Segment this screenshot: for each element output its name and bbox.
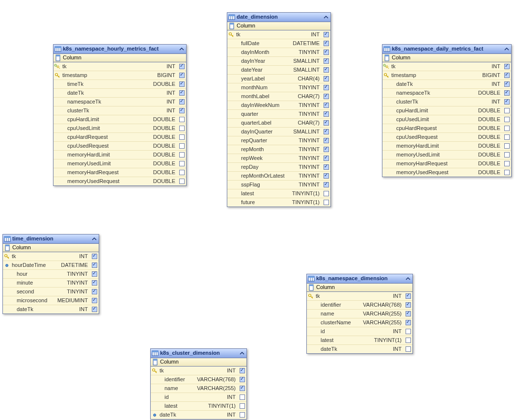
- column-check[interactable]: [238, 411, 246, 419]
- column-row[interactable]: quarterLabelCHAR(7): [227, 119, 330, 128]
- nullable-checkbox[interactable]: [179, 117, 185, 122]
- nullable-checkbox[interactable]: [179, 179, 185, 184]
- column-check[interactable]: [90, 270, 99, 278]
- column-section-header[interactable]: Column: [307, 284, 412, 292]
- column-row[interactable]: memoryHardLimitDOUBLE: [382, 142, 511, 151]
- column-section-header[interactable]: Column: [227, 22, 330, 30]
- table-header[interactable]: time_dimension: [3, 235, 99, 244]
- table-time-dimension[interactable]: time_dimensionColumntkINThourDateTimeDAT…: [2, 234, 99, 314]
- nullable-checkbox[interactable]: [504, 143, 510, 149]
- collapse-icon[interactable]: [178, 46, 185, 52]
- column-row[interactable]: cpuHardRequestDOUBLE: [382, 124, 511, 133]
- column-check[interactable]: [177, 142, 186, 150]
- nullable-checkbox[interactable]: [504, 99, 510, 105]
- column-row[interactable]: nameVARCHAR(255): [307, 310, 412, 318]
- column-row[interactable]: dateTkINT: [307, 345, 412, 353]
- nullable-checkbox[interactable]: [179, 143, 185, 149]
- column-row[interactable]: repQuarterTINYINT: [227, 136, 330, 145]
- nullable-checkbox[interactable]: [179, 152, 185, 158]
- table-header[interactable]: k8s_namespace_daily_metrics_fact: [382, 45, 511, 54]
- column-check[interactable]: [177, 80, 186, 88]
- column-row[interactable]: cpuHardLimitDOUBLE: [382, 106, 511, 115]
- column-row[interactable]: latestTINYINT(1): [307, 336, 412, 345]
- column-check[interactable]: [502, 151, 511, 159]
- column-row[interactable]: clusterTkINT: [382, 98, 511, 106]
- nullable-checkbox[interactable]: [324, 85, 329, 90]
- column-check[interactable]: [177, 115, 186, 124]
- column-check[interactable]: [238, 375, 246, 384]
- column-row[interactable]: identifierVARCHAR(768): [307, 301, 412, 310]
- table-namespace-dimension[interactable]: k8s_namespace_dimensionColumntkINTidenti…: [306, 274, 413, 354]
- column-row[interactable]: identifierVARCHAR(768): [151, 375, 246, 384]
- collapse-icon[interactable]: [405, 275, 411, 282]
- nullable-checkbox[interactable]: [240, 368, 245, 373]
- column-row[interactable]: timestampBIGINT: [54, 71, 186, 80]
- nullable-checkbox[interactable]: [324, 191, 329, 196]
- table-header[interactable]: k8s_namespace_hourly_metrics_fact: [54, 45, 186, 54]
- column-check[interactable]: [322, 110, 330, 118]
- column-row[interactable]: cpuHardRequestDOUBLE: [54, 133, 186, 142]
- column-row[interactable]: idINT: [151, 393, 246, 402]
- column-row[interactable]: dateTkINT: [3, 305, 99, 314]
- column-row[interactable]: monthLabelCHAR(7): [227, 92, 330, 101]
- column-check[interactable]: [322, 145, 330, 154]
- column-row[interactable]: repMonthTINYINT: [227, 145, 330, 154]
- nullable-checkbox[interactable]: [179, 99, 185, 105]
- nullable-checkbox[interactable]: [179, 81, 185, 87]
- column-check[interactable]: [322, 198, 330, 207]
- nullable-checkbox[interactable]: [92, 289, 97, 294]
- column-check[interactable]: [90, 288, 99, 296]
- column-check[interactable]: [322, 189, 330, 198]
- column-row[interactable]: cpuUsedLimitDOUBLE: [54, 124, 186, 133]
- column-check[interactable]: [322, 128, 330, 136]
- column-check[interactable]: [90, 252, 99, 261]
- nullable-checkbox[interactable]: [324, 164, 329, 170]
- column-check[interactable]: [404, 310, 412, 318]
- nullable-checkbox[interactable]: [324, 120, 329, 126]
- column-section-header[interactable]: Column: [3, 244, 99, 252]
- column-check[interactable]: [322, 39, 330, 48]
- nullable-checkbox[interactable]: [240, 386, 245, 391]
- nullable-checkbox[interactable]: [406, 311, 411, 316]
- nullable-checkbox[interactable]: [324, 200, 329, 205]
- column-check[interactable]: [322, 57, 330, 65]
- column-check[interactable]: [322, 181, 330, 189]
- collapse-icon[interactable]: [239, 350, 245, 357]
- column-row[interactable]: minuteTINYINT: [3, 279, 99, 288]
- column-check[interactable]: [177, 159, 186, 168]
- column-check[interactable]: [322, 75, 330, 83]
- column-check[interactable]: [404, 292, 412, 300]
- column-row[interactable]: dateTkINT: [382, 80, 511, 89]
- nullable-checkbox[interactable]: [324, 147, 329, 152]
- nullable-checkbox[interactable]: [179, 108, 185, 113]
- column-check[interactable]: [404, 301, 412, 309]
- column-check[interactable]: [90, 279, 99, 287]
- nullable-checkbox[interactable]: [324, 173, 329, 179]
- column-check[interactable]: [322, 119, 330, 127]
- nullable-checkbox[interactable]: [406, 338, 411, 343]
- column-check[interactable]: [90, 261, 99, 269]
- nullable-checkbox[interactable]: [324, 129, 329, 134]
- collapse-icon[interactable]: [323, 14, 329, 21]
- column-row[interactable]: tkINT: [151, 367, 246, 375]
- column-check[interactable]: [502, 168, 511, 177]
- column-check[interactable]: [322, 48, 330, 56]
- column-row[interactable]: memoryUsedLimitDOUBLE: [54, 159, 186, 168]
- column-section-header[interactable]: Column: [151, 358, 246, 367]
- nullable-checkbox[interactable]: [179, 161, 185, 166]
- column-check[interactable]: [177, 62, 186, 71]
- column-row[interactable]: clusterTkINT: [54, 106, 186, 115]
- column-check[interactable]: [90, 305, 99, 314]
- column-row[interactable]: microsecondMEDIUMINT: [3, 296, 99, 305]
- nullable-checkbox[interactable]: [504, 152, 510, 158]
- column-check[interactable]: [177, 106, 186, 115]
- nullable-checkbox[interactable]: [504, 73, 510, 78]
- column-check[interactable]: [322, 30, 330, 39]
- nullable-checkbox[interactable]: [324, 138, 329, 143]
- column-row[interactable]: memoryHardRequestDOUBLE: [382, 159, 511, 168]
- nullable-checkbox[interactable]: [92, 271, 97, 277]
- column-row[interactable]: repWeekTINYINT: [227, 154, 330, 163]
- column-row[interactable]: cpuUsedRequestDOUBLE: [54, 142, 186, 151]
- nullable-checkbox[interactable]: [240, 377, 245, 382]
- nullable-checkbox[interactable]: [179, 73, 185, 78]
